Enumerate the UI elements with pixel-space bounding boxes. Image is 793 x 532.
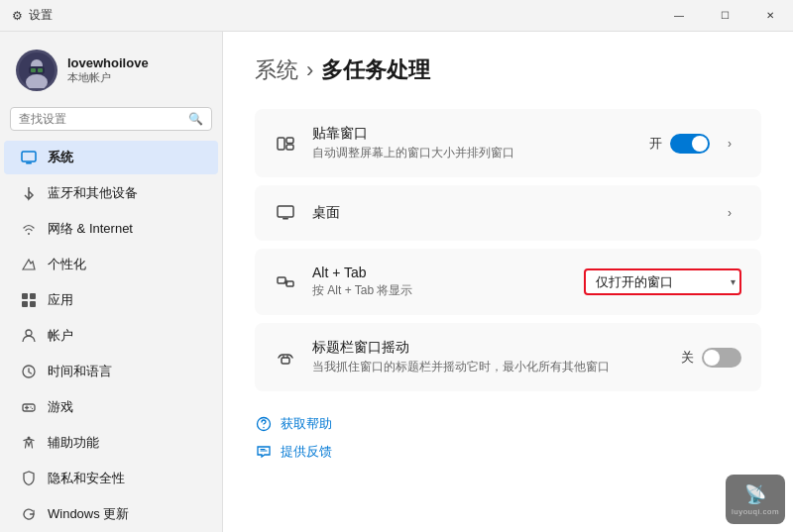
search-input[interactable]	[19, 112, 182, 126]
feedback-link[interactable]: 提供反馈	[255, 443, 761, 461]
alt-tab-text: Alt + Tab 按 Alt + Tab 将显示	[312, 265, 568, 299]
shake-desc: 当我抓住窗口的标题栏并摇动它时，最小化所有其他窗口	[312, 359, 665, 375]
help-link[interactable]: 获取帮助	[255, 415, 761, 433]
minimize-button[interactable]: —	[656, 0, 702, 32]
sidebar-item-bluetooth[interactable]: 蓝牙和其他设备	[4, 176, 218, 210]
settings-section-alttab: Alt + Tab 按 Alt + Tab 将显示 仅打开的窗口 打开的窗口和标…	[255, 249, 761, 315]
watermark-text: luyouqi.com	[732, 507, 779, 516]
shake-toggle-knob	[704, 350, 720, 366]
sidebar-item-personalization[interactable]: 个性化	[4, 248, 218, 281]
svg-rect-23	[282, 358, 289, 364]
watermark-icon: 📡	[744, 483, 766, 505]
sidebar-item-label: 蓝牙和其他设备	[48, 184, 138, 202]
title-bar-controls: — ☐ ✕	[656, 0, 793, 32]
snap-window-desc: 自动调整屏幕上的窗口大小并排列窗口	[312, 145, 633, 161]
feedback-icon	[255, 443, 273, 461]
windows-update-icon	[20, 505, 38, 523]
svg-rect-7	[26, 162, 32, 164]
sidebar-item-label: 网络 & Internet	[48, 220, 133, 238]
svg-rect-17	[286, 138, 293, 144]
privacy-icon	[20, 470, 38, 487]
sidebar-item-network[interactable]: 网络 & Internet	[4, 212, 218, 246]
shake-icon	[275, 347, 296, 369]
snap-window-control: 开 ›	[649, 132, 741, 156]
breadcrumb-parent[interactable]: 系统	[255, 55, 298, 85]
desktop-row: 桌面 ›	[255, 185, 761, 241]
alt-tab-desc: 按 Alt + Tab 将显示	[312, 282, 568, 299]
svg-rect-11	[30, 301, 36, 307]
sidebar-item-system[interactable]: 系统	[4, 141, 218, 174]
desktop-control: ›	[718, 201, 741, 225]
svg-rect-20	[283, 218, 288, 220]
title-bar-left: ⚙ 设置	[12, 7, 53, 24]
sidebar-item-gaming[interactable]: 游戏	[4, 390, 218, 424]
svg-rect-10	[22, 301, 28, 307]
shake-toggle[interactable]	[702, 348, 741, 368]
svg-point-25	[263, 427, 265, 429]
svg-rect-5	[38, 68, 43, 72]
apps-icon	[20, 291, 38, 309]
account-type: 本地帐户	[67, 70, 149, 85]
gaming-icon	[20, 398, 38, 416]
sidebar-item-label: 系统	[48, 149, 73, 166]
main-layout: lovewhoilove 本地帐户 🔍 系统 蓝牙和其他设备	[0, 32, 793, 532]
watermark: 📡 luyouqi.com	[726, 475, 785, 524]
snap-toggle-knob	[692, 136, 708, 152]
shake-title: 标题栏窗口摇动	[312, 339, 665, 357]
help-label: 获取帮助	[281, 415, 332, 433]
footer-links: 获取帮助 提供反馈	[255, 415, 761, 461]
svg-rect-4	[31, 68, 36, 72]
svg-rect-9	[30, 293, 36, 299]
snap-toggle-label: 开	[649, 135, 662, 153]
username: lovewhoilove	[67, 55, 149, 70]
close-button[interactable]: ✕	[747, 0, 793, 32]
sidebar-item-apps[interactable]: 应用	[4, 283, 218, 317]
network-icon	[20, 220, 38, 238]
sidebar-item-label: 个性化	[48, 256, 86, 273]
sidebar-item-windows-update[interactable]: Windows 更新	[4, 497, 218, 531]
sidebar-item-accounts[interactable]: 帐户	[4, 319, 218, 353]
svg-rect-19	[278, 206, 293, 217]
desktop-text: 桌面	[312, 204, 702, 222]
accessibility-icon	[20, 434, 38, 452]
desktop-icon	[275, 202, 296, 224]
breadcrumb: 系统 › 多任务处理	[255, 55, 761, 85]
search-icon: 🔍	[188, 112, 203, 126]
settings-section-snap: 贴靠窗口 自动调整屏幕上的窗口大小并排列窗口 开 ›	[255, 109, 761, 177]
alt-tab-title: Alt + Tab	[312, 265, 568, 280]
maximize-button[interactable]: ☐	[702, 0, 747, 32]
sidebar-item-privacy[interactable]: 隐私和安全性	[4, 462, 218, 495]
sidebar-item-time[interactable]: 时间和语言	[4, 355, 218, 388]
snap-chevron[interactable]: ›	[718, 132, 741, 156]
sidebar-item-label: 时间和语言	[48, 363, 112, 380]
shake-control: 关	[681, 348, 741, 368]
sidebar-item-label: 辅助功能	[48, 434, 99, 452]
sidebar-item-label: 隐私和安全性	[48, 470, 125, 487]
personalization-icon	[20, 256, 38, 273]
content-area: 系统 › 多任务处理 贴靠窗口 自动调整屏幕上的窗口大小并排列窗口 开	[223, 32, 793, 532]
alt-tab-dropdown-wrapper: 仅打开的窗口 打开的窗口和标签页 所有标签页 ▾	[584, 268, 741, 295]
search-box[interactable]: 🔍	[10, 107, 212, 131]
breadcrumb-current: 多任务处理	[321, 55, 430, 85]
avatar	[16, 50, 57, 91]
snap-toggle[interactable]	[670, 134, 710, 154]
alt-tab-control: 仅打开的窗口 打开的窗口和标签页 所有标签页 ▾	[584, 268, 741, 295]
help-icon	[255, 415, 273, 433]
title-bar-title: 设置	[29, 7, 53, 24]
sidebar-item-label: 应用	[48, 291, 73, 309]
svg-point-12	[26, 330, 32, 336]
desktop-title: 桌面	[312, 204, 702, 222]
sidebar-item-accessibility[interactable]: 辅助功能	[4, 426, 218, 460]
snap-window-row: 贴靠窗口 自动调整屏幕上的窗口大小并排列窗口 开 ›	[255, 109, 761, 177]
bluetooth-icon	[20, 184, 38, 202]
desktop-chevron[interactable]: ›	[718, 201, 741, 225]
snap-icon	[275, 133, 296, 155]
sidebar-item-label: 帐户	[48, 327, 73, 345]
alt-tab-dropdown[interactable]: 仅打开的窗口 打开的窗口和标签页 所有标签页	[584, 268, 741, 295]
breadcrumb-separator: ›	[306, 57, 313, 83]
time-icon	[20, 363, 38, 380]
alt-tab-row: Alt + Tab 按 Alt + Tab 将显示 仅打开的窗口 打开的窗口和标…	[255, 249, 761, 315]
svg-rect-6	[22, 152, 36, 161]
settings-section-shake: 标题栏窗口摇动 当我抓住窗口的标题栏并摇动它时，最小化所有其他窗口 关	[255, 323, 761, 391]
title-bar: ⚙ 设置 — ☐ ✕	[0, 0, 793, 32]
